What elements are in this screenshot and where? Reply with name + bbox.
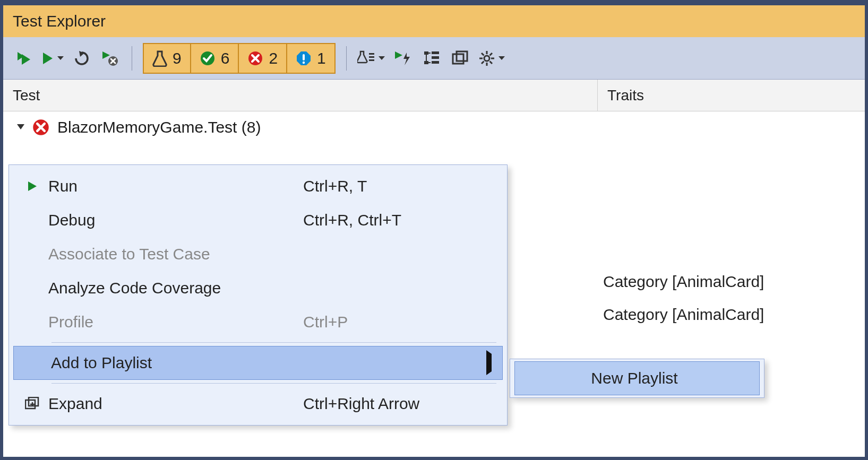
run-button[interactable]: [41, 47, 64, 70]
menu-item-add-playlist[interactable]: Add to Playlist: [13, 346, 503, 380]
svg-marker-2: [43, 53, 53, 64]
summary-passed[interactable]: 6: [191, 43, 239, 74]
menu-separator: [51, 383, 496, 384]
flask-list-icon: [357, 50, 375, 67]
window-title: Test Explorer: [13, 12, 106, 30]
menu-item-expand[interactable]: Expand Ctrl+Right Arrow: [11, 387, 505, 421]
x-circle-icon: [247, 50, 263, 66]
svg-rect-21: [457, 51, 467, 61]
svg-line-28: [489, 61, 492, 64]
settings-button[interactable]: [478, 47, 505, 70]
tree-root-row[interactable]: BlazorMemoryGame.Test (8): [3, 111, 865, 143]
svg-rect-15: [424, 51, 428, 55]
submenu-arrow-icon: [486, 350, 492, 375]
hierarchy-icon: [423, 50, 440, 66]
columns-button[interactable]: [450, 47, 471, 70]
svg-point-10: [303, 61, 305, 63]
menu-item-debug[interactable]: Debug Ctrl+R, Ctrl+T: [11, 203, 505, 237]
svg-rect-13: [369, 59, 374, 61]
svg-rect-18: [432, 56, 439, 59]
summary-total[interactable]: 9: [143, 43, 191, 74]
summary-failed[interactable]: 2: [239, 43, 287, 74]
play-icon: [41, 51, 54, 66]
run-after-build-button[interactable]: [392, 47, 414, 70]
play-bolt-icon: [394, 50, 412, 66]
svg-rect-17: [432, 51, 439, 54]
check-circle-icon: [200, 50, 216, 66]
gear-icon: [478, 50, 495, 67]
submenu-add-playlist: New Playlist: [510, 359, 764, 398]
menu-item-associate: Associate to Test Case: [11, 237, 505, 271]
menu-item-run[interactable]: Run Ctrl+R, T: [11, 169, 505, 203]
play-all-icon: [15, 50, 31, 66]
run-failed-button[interactable]: [100, 47, 121, 70]
repeat-last-run-button[interactable]: [71, 47, 92, 70]
x-circle-icon: [32, 118, 50, 136]
dropdown-caret-icon: [379, 56, 385, 60]
toolbar: 9 6 2 1: [3, 37, 865, 80]
tree-expand-icon[interactable]: [17, 124, 24, 129]
menu-item-profile: Profile Ctrl+P: [11, 305, 505, 339]
run-all-button[interactable]: [13, 47, 34, 70]
toolbar-separator: [132, 46, 132, 71]
svg-rect-9: [303, 54, 305, 60]
svg-rect-16: [424, 61, 428, 64]
expand-icon: [16, 397, 48, 411]
info-octagon-icon: [296, 50, 312, 66]
summary-info-count: 1: [317, 49, 326, 67]
group-by-button[interactable]: [421, 47, 442, 70]
traits-list: Category [AnimalCard] Category [AnimalCa…: [603, 265, 764, 331]
playlist-button[interactable]: [357, 47, 385, 70]
column-header-traits[interactable]: Traits: [598, 80, 865, 111]
svg-marker-32: [28, 181, 37, 191]
svg-point-22: [484, 56, 489, 61]
menu-item-coverage[interactable]: Analyze Code Coverage: [11, 271, 505, 305]
trait-item: Category [AnimalCard]: [603, 298, 764, 331]
flask-icon: [152, 50, 167, 67]
svg-marker-4: [102, 51, 110, 59]
summary-failed-count: 2: [269, 49, 278, 67]
submenu-item-new-playlist[interactable]: New Playlist: [514, 361, 760, 395]
svg-line-30: [482, 61, 484, 64]
summary-total-count: 9: [173, 49, 182, 67]
tree-root-label: BlazorMemoryGame.Test (8): [57, 118, 261, 136]
menu-separator: [51, 342, 496, 343]
column-header-test[interactable]: Test: [3, 80, 598, 111]
summary-info[interactable]: 1: [287, 43, 336, 74]
play-fail-icon: [101, 50, 119, 66]
column-headers: Test Traits: [3, 80, 865, 111]
dropdown-caret-icon: [57, 56, 64, 60]
trait-item: Category [AnimalCard]: [603, 265, 764, 298]
svg-marker-1: [22, 54, 30, 65]
play-icon: [16, 180, 48, 193]
summary-passed-count: 6: [221, 49, 230, 67]
svg-line-29: [489, 53, 492, 56]
svg-marker-14: [395, 51, 402, 59]
context-menu: Run Ctrl+R, T Debug Ctrl+R, Ctrl+T Assoc…: [8, 164, 508, 426]
window-title-bar: Test Explorer: [3, 5, 865, 37]
summary-group: 9 6 2 1: [143, 43, 336, 74]
svg-rect-11: [369, 53, 374, 55]
windows-icon: [452, 50, 469, 66]
svg-line-27: [482, 53, 484, 56]
svg-rect-19: [432, 61, 439, 64]
svg-rect-12: [369, 56, 374, 58]
toolbar-separator: [346, 46, 347, 71]
dropdown-caret-icon: [499, 56, 505, 60]
svg-rect-20: [453, 54, 463, 64]
repeat-icon: [73, 50, 91, 67]
